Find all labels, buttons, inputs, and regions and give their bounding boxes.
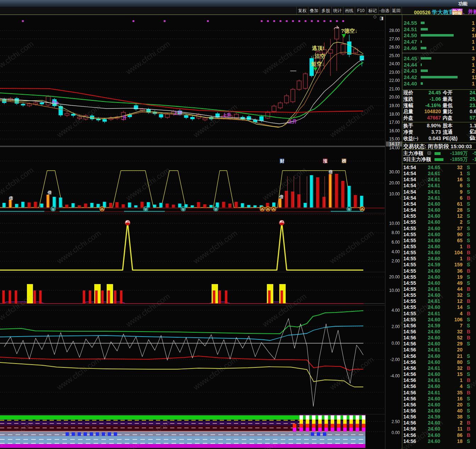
svg-text:4.00: 4.00	[392, 308, 400, 313]
svg-text:16.00: 16.00	[389, 128, 400, 133]
svg-text:升: 升	[122, 115, 127, 120]
svg-text:0.00: 0.00	[392, 430, 400, 435]
svg-text:-2.00: -2.00	[390, 357, 400, 362]
svg-text:4.00: 4.00	[392, 249, 400, 254]
svg-text:22.00: 22.00	[389, 78, 400, 83]
svg-text:?德空↓: ?德空↓	[341, 28, 358, 34]
svg-text:14.17: 14.17	[389, 142, 400, 146]
svg-text:2.00: 2.00	[392, 259, 400, 264]
svg-text:21.00: 21.00	[389, 87, 400, 92]
svg-text:24.00: 24.00	[389, 61, 400, 66]
svg-text:倍: 倍	[9, 196, 13, 201]
svg-text:倍: 倍	[47, 190, 52, 195]
svg-text:逃顶!: 逃顶!	[312, 45, 324, 51]
svg-text:短空↓: 短空↓	[311, 61, 325, 67]
svg-text:25.00: 25.00	[389, 53, 400, 58]
svg-text:◇: ◇	[373, 14, 377, 19]
svg-text:倍: 倍	[279, 194, 284, 199]
svg-text:涨: 涨	[323, 159, 328, 163]
svg-text:2.50: 2.50	[392, 419, 400, 424]
svg-text:0.00: 0.00	[392, 341, 400, 346]
svg-text:财: 财	[280, 159, 284, 163]
svg-text:20.00: 20.00	[389, 181, 400, 185]
svg-text:-4.00: -4.00	[390, 373, 400, 378]
svg-text:18.00: 18.00	[389, 112, 400, 117]
svg-text:8.00: 8.00	[392, 230, 400, 235]
svg-text:榜: 榜	[342, 159, 346, 163]
svg-text:6.00: 6.00	[392, 240, 400, 245]
svg-text:27.00: 27.00	[389, 37, 400, 41]
svg-text:20.00: 20.00	[389, 95, 400, 100]
svg-text:10.00: 10.00	[389, 221, 400, 226]
svg-text:上升: 上升	[173, 110, 183, 116]
svg-text:20.00: 20.00	[389, 275, 400, 279]
svg-text:26.00: 26.00	[389, 45, 400, 50]
svg-text:10.00: 10.00	[389, 288, 400, 293]
svg-text:◨: ◨	[380, 16, 383, 21]
svg-text:19.00: 19.00	[389, 103, 400, 108]
svg-text:2.00: 2.00	[392, 324, 400, 329]
svg-text:15.00: 15.00	[389, 137, 400, 142]
svg-text:上升: 上升	[288, 119, 297, 124]
svg-text:30.00: 30.00	[389, 170, 400, 174]
svg-text:17.00: 17.00	[389, 120, 400, 125]
svg-text:28.00: 28.00	[389, 28, 400, 33]
svg-text:倍: 倍	[328, 170, 333, 174]
svg-text:↓沽空: ↓沽空	[312, 53, 325, 59]
